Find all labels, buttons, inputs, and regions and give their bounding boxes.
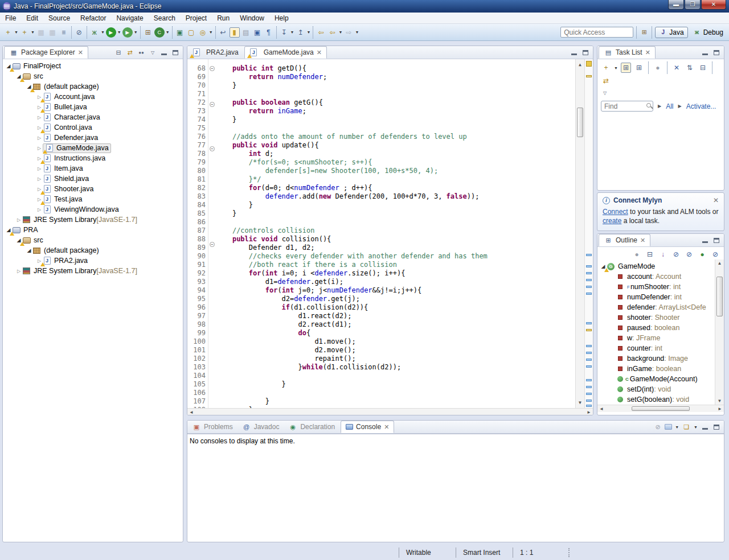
close-icon[interactable]: ✕	[317, 49, 322, 56]
editor-vertical-scrollbar[interactable]: ▲ ▼	[575, 59, 584, 408]
last-edit-location-icon[interactable]: ↩	[218, 27, 228, 38]
hide-fields-icon[interactable]: ⊘	[671, 249, 681, 260]
focus-workweek-icon[interactable]: ●	[653, 63, 663, 73]
tab-package-explorer[interactable]: ▦ Package Explorer ✕	[4, 46, 88, 59]
filter-completed-icon[interactable]: ✕	[671, 63, 682, 73]
outline-item[interactable]: setG(boolean) : void	[597, 394, 715, 405]
menu-project[interactable]: Project	[181, 13, 212, 23]
task-find-input[interactable]	[601, 101, 653, 112]
code-line[interactable]: repaint();	[216, 355, 575, 363]
menu-file[interactable]: File	[0, 13, 21, 23]
sort-icon[interactable]: ↓	[658, 249, 668, 260]
tree-item[interactable]: ▷JItem.java	[3, 163, 183, 174]
fold-marker[interactable]: −	[208, 242, 216, 250]
new-task-icon[interactable]: +	[601, 63, 611, 73]
outline-item[interactable]: paused : boolean	[597, 323, 715, 333]
annotation-header-icon[interactable]	[586, 61, 592, 67]
chevron-down-icon[interactable]: ▼	[614, 66, 618, 70]
code-line[interactable]: for(d=0; d<numDefender ; d++){	[216, 184, 575, 192]
close-icon[interactable]: ✕	[645, 49, 650, 56]
expand-icon[interactable]: ▷	[36, 166, 43, 171]
fold-marker[interactable]: −	[208, 102, 216, 110]
tab-outline[interactable]: ⊞ Outline ✕	[599, 234, 650, 246]
hide-static-icon[interactable]: ⊘	[684, 249, 694, 260]
code-line[interactable]	[216, 372, 575, 380]
code-line[interactable]: public int getD(){	[216, 64, 575, 73]
minimize-window-button[interactable]: ▬	[668, 0, 684, 10]
close-icon[interactable]: ✕	[78, 49, 83, 56]
code-line[interactable]: /*for(s=0; s<numShooter; s++){	[216, 158, 575, 167]
chevron-down-icon[interactable]: ▼	[694, 425, 698, 429]
expand-icon[interactable]: ▷	[36, 146, 43, 151]
menu-source[interactable]: Source	[43, 13, 75, 23]
menu-run[interactable]: Run	[212, 13, 235, 23]
code-editor[interactable]: 6869707172737475767778798081828384858687…	[187, 59, 593, 408]
chevron-down-icon[interactable]: ▼	[134, 30, 138, 34]
occurrence-marker[interactable]	[586, 265, 592, 267]
occurrence-marker[interactable]	[586, 286, 592, 288]
type-hierarchy-icon[interactable]: ▤	[241, 27, 251, 38]
occurrence-marker[interactable]	[586, 365, 592, 368]
scrollbar-thumb[interactable]	[716, 277, 723, 316]
tab-task-list[interactable]: ▤ Task List ✕	[599, 46, 656, 59]
menu-refactor[interactable]: Refactor	[75, 13, 111, 23]
code-line[interactable]: }	[216, 380, 575, 389]
code-line[interactable]: //both react if there is a collision	[216, 261, 575, 269]
code-line[interactable]	[216, 90, 575, 98]
maximize-view-icon[interactable]	[581, 48, 590, 57]
display-console-icon[interactable]	[665, 424, 672, 430]
minimize-view-icon[interactable]	[701, 422, 710, 431]
outline-item[interactable]: setD(int) : void	[597, 384, 715, 394]
close-icon[interactable]: ✕	[640, 237, 645, 244]
selected-tree-item[interactable]: JGameMode.java	[43, 143, 111, 153]
occurrence-marker[interactable]	[586, 386, 592, 388]
minimize-view-icon[interactable]	[570, 48, 579, 57]
hide-nonpublic-icon[interactable]: ●	[697, 249, 707, 260]
close-icon[interactable]: ✕	[713, 196, 719, 204]
minimize-view-icon[interactable]	[159, 48, 169, 57]
open-perspective-icon[interactable]: ⊞	[640, 28, 649, 37]
chevron-down-icon[interactable]: ▼	[14, 30, 18, 34]
save-icon[interactable]: ▦	[36, 27, 46, 38]
tree-item[interactable]: ▷JBullet.java	[3, 102, 183, 112]
tree-item[interactable]: ▷JViewingWindow.java	[3, 204, 183, 215]
console-tab-console[interactable]: Console✕	[341, 421, 394, 433]
pin-editor-icon[interactable]: ⊘	[74, 27, 84, 38]
mylyn-create-link[interactable]: create	[603, 217, 621, 225]
code-line[interactable]: return numDefender;	[216, 73, 575, 81]
code-line[interactable]: do{	[216, 329, 575, 337]
code-line[interactable]: d1=defender.get(i);	[216, 278, 575, 286]
outline-item[interactable]: inGame : boolean	[597, 364, 715, 374]
editor-tab-pra2-java[interactable]: JPRA2.java	[187, 46, 243, 59]
console-tab-javadoc[interactable]: @Javadoc	[237, 421, 284, 433]
collapse-all-icon[interactable]: ⊟	[698, 63, 708, 73]
menu-window[interactable]: Window	[235, 13, 269, 23]
synchronize-icon[interactable]: ⇄	[601, 76, 611, 86]
next-annotation-icon[interactable]: ↧	[279, 27, 289, 38]
task-filter-all-link[interactable]: All	[666, 102, 673, 110]
perspective-java[interactable]: JJava	[655, 27, 687, 38]
chevron-down-icon[interactable]: ▼	[290, 30, 294, 34]
maximize-view-icon[interactable]	[712, 236, 721, 245]
show-view-icon[interactable]: ▣	[252, 27, 263, 38]
outline-item[interactable]: ◢GGameMode	[597, 261, 715, 271]
tree-item[interactable]: ◢src	[3, 235, 183, 245]
chevron-down-icon[interactable]: ▼	[355, 30, 359, 34]
collapse-all-icon[interactable]: ⊟	[114, 48, 123, 57]
editor-tab-gamemode-java[interactable]: JGameMode.java✕	[244, 46, 327, 59]
link-with-editor-icon[interactable]: ⇄	[125, 48, 134, 57]
prev-annotation-icon[interactable]: ↥	[296, 27, 306, 38]
collapse-icon[interactable]: ◢	[26, 248, 32, 253]
tree-item[interactable]: ◢FinalProject	[3, 61, 183, 71]
code-line[interactable]: }	[216, 397, 575, 406]
occurrence-marker[interactable]	[586, 359, 592, 361]
close-icon[interactable]: ✕	[384, 423, 389, 431]
occurrence-marker[interactable]	[586, 393, 592, 395]
menu-search[interactable]: Search	[149, 13, 181, 23]
tree-item[interactable]: ▷JShield.java	[3, 174, 183, 184]
chevron-down-icon[interactable]: ▼	[31, 30, 35, 34]
quick-access-input[interactable]	[560, 27, 633, 38]
task-activate-link[interactable]: Activate...	[686, 102, 716, 110]
chevron-down-icon[interactable]: ▽	[600, 88, 609, 97]
group-by-icon[interactable]: ⇅	[685, 63, 695, 73]
